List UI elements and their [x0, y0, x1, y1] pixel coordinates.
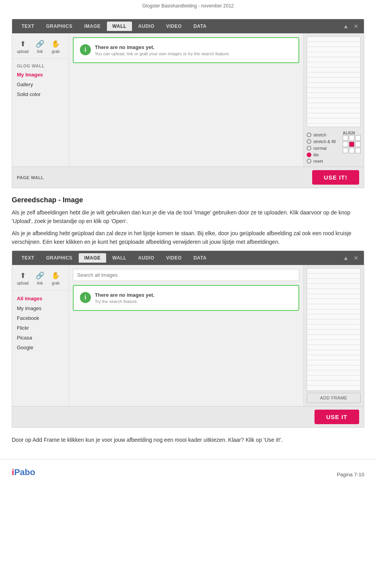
link-action[interactable]: 🔗 link — [36, 40, 44, 54]
close-icon-2[interactable]: ✕ — [352, 254, 360, 262]
grab-label-2: grab — [52, 281, 60, 285]
align-cell-4[interactable] — [343, 142, 348, 147]
link-action-2[interactable]: 🔗 link — [36, 271, 44, 285]
tab-audio-2[interactable]: AUDIO — [133, 253, 160, 263]
align-cell-9[interactable] — [355, 148, 361, 153]
link-label-2: link — [37, 281, 43, 285]
empty-title-1: There are no images yet. — [95, 44, 230, 50]
grab-icon: ✋ — [51, 40, 60, 48]
tool-ui-2: TEXT GRAPHICS IMAGE WALL AUDIO VIDEO DAT… — [12, 251, 364, 427]
upload-action-2[interactable]: ⬆ upload — [17, 271, 29, 285]
tab-wall-1[interactable]: WALL — [107, 22, 132, 31]
tool-body-1: ⬆ upload 🔗 link ✋ grab GLOG WALL — [12, 33, 364, 167]
tab-graphics-1[interactable]: GRAPHICS — [41, 22, 78, 31]
tool-nav-2: TEXT GRAPHICS IMAGE WALL AUDIO VIDEO DAT… — [12, 251, 364, 265]
align-cell-8[interactable] — [349, 148, 354, 153]
align-cell-3[interactable] — [355, 135, 361, 141]
tab-text-2[interactable]: TEXT — [16, 253, 40, 263]
empty-state-text-1: There are no images yet. You can upload,… — [95, 44, 230, 56]
sidebar-gallery[interactable]: Gallery — [12, 80, 69, 89]
tab-text-1[interactable]: TEXT — [16, 22, 40, 31]
header-text: Glogster Basishandleiding - november 201… — [142, 3, 233, 9]
sidebar-solid-color[interactable]: Solid color — [12, 89, 69, 99]
align-cell-6[interactable] — [355, 142, 361, 147]
use-it-button-1[interactable]: USE IT! — [312, 170, 359, 185]
grab-action-2[interactable]: ✋ grab — [51, 271, 60, 285]
sidebar-picasa[interactable]: Picasa — [12, 333, 69, 343]
radio-normal[interactable]: normal — [307, 146, 336, 151]
radio-tile[interactable]: tile — [307, 152, 336, 157]
grab-action[interactable]: ✋ grab — [51, 40, 60, 54]
tool-main-2: i There are no images yet. Try the searc… — [69, 265, 303, 406]
tool-nav-1: TEXT GRAPHICS IMAGE WALL AUDIO VIDEO DAT… — [12, 19, 364, 33]
align-cell-5[interactable] — [349, 142, 354, 147]
ipabo-logo: iPabo — [12, 467, 35, 477]
upload-label: upload — [17, 49, 29, 54]
page-number: Pagina 7-10 — [337, 472, 364, 477]
minimize-icon[interactable]: ▲ — [342, 22, 350, 30]
page-footer: iPabo Pagina 7-10 — [0, 459, 376, 484]
tool-bottom-2: USE IT — [12, 406, 364, 427]
tab-wall-2[interactable]: WALL — [107, 253, 132, 263]
lined-preview-2 — [307, 268, 361, 391]
tab-video-2[interactable]: VIDEO — [161, 253, 187, 263]
tool-main-1: i There are no images yet. You can uploa… — [69, 33, 303, 167]
tool-right-1: stretch stretch & fill normal — [303, 33, 364, 167]
close-icon[interactable]: ✕ — [352, 22, 360, 30]
tab-data-2[interactable]: DATA — [188, 253, 212, 263]
info-icon-1: i — [80, 44, 91, 55]
align-cell-2[interactable] — [349, 135, 354, 141]
body-para-2: Als je je afbeelding hebt geüpload dan z… — [12, 229, 364, 247]
tab-image-2[interactable]: IMAGE — [79, 253, 106, 263]
reset-row[interactable]: reset — [307, 159, 361, 163]
sidebar-my-images-2[interactable]: My images — [12, 303, 69, 313]
sidebar-facebook[interactable]: Facebook — [12, 313, 69, 323]
tab-image-1[interactable]: IMAGE — [79, 22, 106, 31]
radio-options-1: stretch stretch & fill normal — [307, 132, 336, 157]
tab-video-1[interactable]: VIDEO — [161, 22, 187, 31]
radio-dot-normal — [307, 146, 311, 151]
sidebar-flickr[interactable]: Flickr — [12, 323, 69, 333]
tool-right-2: ADD FRAME — [303, 265, 364, 406]
align-section: ALIGN — [343, 131, 361, 157]
section-title-1: Gereedschap - Image — [12, 196, 364, 204]
sidebar-my-images[interactable]: My Images — [12, 70, 69, 80]
tab-graphics-2[interactable]: GRAPHICS — [41, 253, 78, 263]
tool-sidebar-2: ⬆ upload 🔗 link ✋ grab All images — [12, 265, 69, 406]
radio-dot-stretch-fill — [307, 139, 311, 144]
info-icon-2: i — [80, 292, 91, 303]
grab-icon-2: ✋ — [51, 271, 60, 280]
align-cell-7[interactable] — [343, 148, 348, 153]
align-grid — [343, 135, 361, 153]
grab-label: grab — [52, 49, 60, 54]
empty-state-text-2: There are no images yet. Try the search … — [95, 292, 154, 304]
link-icon: 🔗 — [36, 40, 44, 48]
sidebar-google[interactable]: Google — [12, 343, 69, 352]
radio-dot-reset — [307, 159, 311, 163]
empty-state-2: i There are no images yet. Try the searc… — [73, 285, 299, 311]
tab-audio-1[interactable]: AUDIO — [133, 22, 160, 31]
upload-icon-2: ⬆ — [20, 271, 26, 280]
glog-wall-section: GLOG WALL — [12, 62, 69, 70]
radio-stretch[interactable]: stretch — [307, 132, 336, 137]
tab-data-1[interactable]: DATA — [188, 22, 212, 31]
lined-preview-1 — [307, 36, 361, 127]
radio-stretch-fill[interactable]: stretch & fill — [307, 139, 336, 144]
search-input[interactable] — [73, 269, 299, 281]
screenshot-1: TEXT GRAPHICS IMAGE WALL AUDIO VIDEO DAT… — [12, 19, 364, 188]
upload-label-2: upload — [17, 281, 29, 285]
upload-icon: ⬆ — [20, 40, 26, 48]
page-wall-label: PAGE WALL — [17, 175, 44, 180]
align-cell-1[interactable] — [343, 135, 348, 141]
add-frame-button[interactable]: ADD FRAME — [307, 393, 361, 403]
use-it-button-2[interactable]: USE IT — [315, 410, 359, 424]
tool-sidebar-1: ⬆ upload 🔗 link ✋ grab GLOG WALL — [12, 33, 69, 167]
link-label: link — [37, 49, 43, 54]
radio-dot-tile — [307, 152, 311, 157]
minimize-icon-2[interactable]: ▲ — [342, 254, 350, 262]
empty-title-2: There are no images yet. — [95, 292, 154, 298]
sidebar-actions-2: ⬆ upload 🔗 link ✋ grab — [12, 269, 69, 290]
upload-action[interactable]: ⬆ upload — [17, 40, 29, 54]
link-icon-2: 🔗 — [36, 271, 44, 280]
sidebar-all-images[interactable]: All images — [12, 294, 69, 303]
